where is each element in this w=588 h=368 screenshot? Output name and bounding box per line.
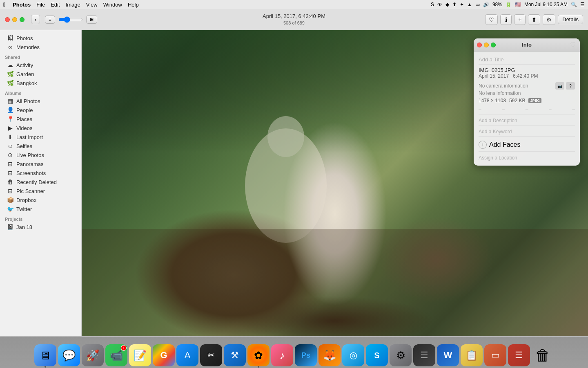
sidebar-item-live-photos[interactable]: ⊙ Live Photos [2, 150, 80, 159]
adjust-button[interactable]: ⚙ [543, 14, 555, 25]
sidebar-item-places[interactable]: 📍 Places [2, 114, 80, 123]
dock-item-finder[interactable]: 🖥 [34, 344, 56, 366]
camera-icon-btn[interactable]: 📷 [555, 82, 564, 90]
menubar-help[interactable]: Help [128, 2, 139, 8]
notes-icon: 📝 [134, 349, 147, 362]
trash-icon: 🗑 [535, 347, 550, 364]
menubar-skype-icon: S [431, 2, 434, 7]
dock-item-presentation[interactable]: ▭ [484, 344, 506, 366]
dock-item-ps[interactable]: Ps [295, 344, 317, 366]
main-window: ‹ ≡ ⊞ April 15, 2017, 6:42:40 PM 508 of … [0, 9, 588, 336]
dock-item-syspref[interactable]: ⚙ [390, 344, 412, 366]
dock-item-fcpx[interactable]: ✂ [200, 344, 222, 366]
menubar-app-name[interactable]: Photos [13, 2, 31, 8]
info-assign-location[interactable]: Assign a Location [479, 153, 575, 162]
info-traffic-lights [477, 43, 496, 47]
grid-view-button[interactable]: ⊞ [86, 15, 97, 24]
finder-active-dot [45, 366, 46, 368]
add-faces-plus-icon[interactable]: + [479, 141, 487, 149]
dock-item-appstore[interactable]: A [176, 344, 198, 366]
share-button[interactable]: ⬆ [528, 14, 540, 25]
dock-item-skype[interactable]: S [366, 344, 388, 366]
dock-item-notes[interactable]: 📝 [129, 344, 151, 366]
slides-icon: ☰ [515, 350, 523, 361]
sidebar-label-places: Places [16, 116, 32, 122]
syspref-icon: ⚙ [396, 349, 405, 362]
alfred-icon: ◎ [350, 350, 357, 361]
svg-point-2 [267, 116, 304, 157]
back-button[interactable]: ‹ [31, 15, 40, 24]
dock-item-sticky[interactable]: 📋 [461, 344, 483, 366]
finder-icon: 🖥 [40, 349, 51, 362]
dock-item-facetime[interactable]: 📹 1 [105, 344, 127, 366]
apple-menu[interactable]:  [3, 1, 5, 8]
xcode-icon: ⚒ [231, 350, 239, 361]
menubar-search-icon[interactable]: 🔍 [571, 2, 577, 7]
photo-viewer[interactable]: Info ♡ Add a Title IMG_0205.JPG April 15… [82, 30, 588, 336]
info-minimize-button[interactable] [484, 43, 489, 47]
dock-item-alfred[interactable]: ◎ [342, 344, 364, 366]
menubar-edit[interactable]: Edit [51, 2, 60, 8]
info-add-description[interactable]: Add a Description [479, 116, 575, 126]
sidebar-item-activity[interactable]: ☁ Activity [2, 61, 80, 70]
add-button[interactable]: + [514, 14, 526, 25]
photo-date: April 15, 2017, 6:42:40 PM [263, 13, 325, 20]
info-close-button[interactable] [477, 43, 482, 47]
info-add-title[interactable]: Add a Title [479, 55, 575, 65]
sidebar-item-selfies[interactable]: ☺ Selfies [2, 141, 80, 150]
dock-item-firefox[interactable]: 🦊 [318, 344, 341, 366]
info-maximize-button[interactable] [491, 43, 496, 47]
dock-item-slides[interactable]: ☰ [508, 344, 530, 366]
sidebar-item-photos[interactable]: 🖼 Photos [2, 34, 80, 43]
info-button[interactable]: ℹ [500, 14, 512, 25]
minimize-button[interactable] [12, 17, 17, 22]
menubar-flag-icon: 🇺🇸 [515, 2, 521, 7]
sidebar-label-videos: Videos [16, 125, 33, 131]
favorite-button[interactable]: ♡ [485, 14, 498, 25]
dock-item-rocket[interactable]: 🚀 [82, 344, 104, 366]
menubar-image[interactable]: Image [66, 2, 80, 8]
dock-item-itunes[interactable]: ♪ [271, 344, 293, 366]
caption-toggle[interactable]: ≡ [45, 16, 55, 24]
menubar-view[interactable]: View [86, 2, 98, 8]
camera-help-btn[interactable]: ? [566, 82, 575, 90]
menubar-window[interactable]: Window [103, 2, 122, 8]
sidebar-label-dropbox: Dropbox [16, 197, 36, 203]
recently-deleted-icon: 🗑 [7, 179, 14, 185]
dock-item-word[interactable]: W [437, 344, 459, 366]
sidebar-item-twitter[interactable]: 🐦 Twitter [2, 204, 80, 213]
dock-item-xcode[interactable]: ⚒ [224, 344, 246, 366]
sidebar-item-videos[interactable]: ▶ Videos [2, 123, 80, 132]
sidebar-item-panoramas[interactable]: ⊟ Panoramas [2, 159, 80, 168]
dock-item-photos[interactable]: ✿ [247, 344, 270, 366]
presentation-icon: ▭ [491, 350, 500, 361]
menubar-list-icon[interactable]: ☰ [580, 2, 585, 7]
dock-item-trash[interactable]: 🗑 [532, 344, 554, 366]
jpeg-badge: JPEG [528, 98, 541, 103]
sidebar-item-dropbox[interactable]: 📦 Dropbox [2, 195, 80, 204]
zoom-slider[interactable] [58, 16, 83, 23]
info-add-faces-row[interactable]: + Add Faces [479, 138, 575, 152]
sidebar-item-pic-scanner[interactable]: ⊟ Pic Scanner [2, 186, 80, 195]
maximize-button[interactable] [20, 17, 24, 22]
dash-2: – [502, 107, 505, 112]
dock-item-messages[interactable]: 💬 [58, 344, 80, 366]
dock-item-cashculator[interactable]: ☰ [413, 344, 435, 366]
details-button[interactable]: Details [558, 15, 583, 24]
sidebar-item-jan18[interactable]: 📓 Jan 18 [2, 222, 80, 231]
sidebar-item-all-photos[interactable]: ▦ All Photos [2, 96, 80, 105]
info-heart-button[interactable]: ♡ [570, 41, 576, 49]
sidebar-item-garden[interactable]: 🌿 Garden [2, 70, 80, 79]
sidebar-item-bangkok[interactable]: 🌿 Bangkok [2, 79, 80, 88]
sidebar-item-memories[interactable]: ∞ Memories [2, 43, 80, 52]
dock-item-gboard[interactable]: G [153, 344, 175, 366]
menubar-file[interactable]: File [36, 2, 45, 8]
sidebar-item-last-import[interactable]: ⬇ Last Import [2, 132, 80, 141]
videos-icon: ▶ [7, 125, 14, 131]
close-button[interactable] [5, 17, 10, 22]
menubar-right: S 👁 ◆ ⬆ ✦ ▲ ▭ 🔊 98% 🔋 🇺🇸 Mon Jul 9 10:25… [431, 2, 585, 7]
sidebar-item-recently-deleted[interactable]: 🗑 Recently Deleted [2, 177, 80, 186]
sidebar-item-screenshots[interactable]: ⊟ Screenshots [2, 168, 80, 177]
sidebar-item-people[interactable]: 👤 People [2, 105, 80, 114]
info-add-keyword[interactable]: Add a Keyword [479, 127, 575, 137]
